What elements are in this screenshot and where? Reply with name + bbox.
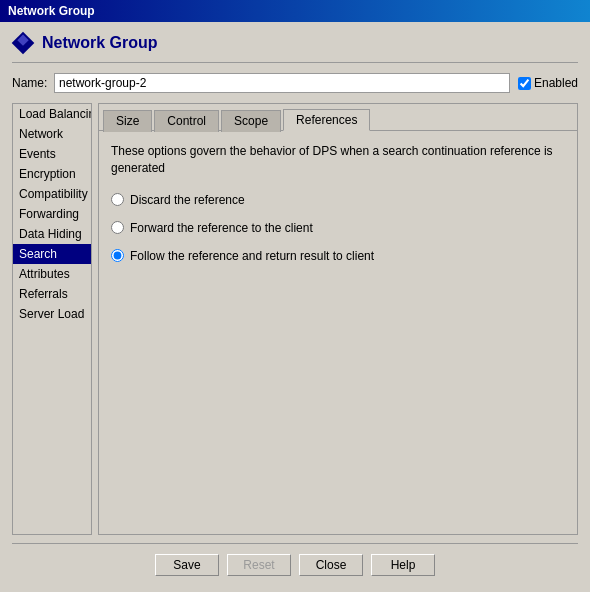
sidebar: Load BalancingNetworkEventsEncryptionCom… [12,103,92,535]
radio-label-discard: Discard the reference [130,193,245,207]
sidebar-item-network[interactable]: Network [13,124,91,144]
help-button[interactable]: Help [371,554,435,576]
radio-label-follow: Follow the reference and return result t… [130,249,374,263]
title-bar-label: Network Group [8,4,95,18]
content-area: SizeControlScopeReferences These options… [98,103,578,535]
tab-scope[interactable]: Scope [221,110,281,132]
radio-group: Discard the referenceForward the referen… [111,193,565,263]
sidebar-item-server-load[interactable]: Server Load [13,304,91,324]
tab-control[interactable]: Control [154,110,219,132]
enabled-checkbox[interactable] [518,77,531,90]
tab-content: These options govern the behavior of DPS… [99,131,577,534]
name-input[interactable] [54,73,510,93]
window-title: Network Group [42,34,158,52]
enabled-label[interactable]: Enabled [534,76,578,90]
save-button[interactable]: Save [155,554,219,576]
sidebar-item-data-hiding[interactable]: Data Hiding [13,224,91,244]
close-button[interactable]: Close [299,554,363,576]
radio-discard[interactable] [111,193,124,206]
tab-references[interactable]: References [283,109,370,131]
tabs-bar: SizeControlScopeReferences [99,104,577,131]
sidebar-item-search[interactable]: Search [13,244,91,264]
radio-option-forward[interactable]: Forward the reference to the client [111,221,565,235]
radio-follow[interactable] [111,249,124,262]
sidebar-item-load-balancing[interactable]: Load Balancing [13,104,91,124]
reset-button: Reset [227,554,291,576]
sidebar-item-attributes[interactable]: Attributes [13,264,91,284]
sidebar-item-referrals[interactable]: Referrals [13,284,91,304]
radio-option-discard[interactable]: Discard the reference [111,193,565,207]
radio-option-follow[interactable]: Follow the reference and return result t… [111,249,565,263]
sidebar-item-forwarding[interactable]: Forwarding [13,204,91,224]
sidebar-item-encryption[interactable]: Encryption [13,164,91,184]
main-content: Load BalancingNetworkEventsEncryptionCom… [12,103,578,535]
network-group-icon [12,32,34,54]
radio-label-forward: Forward the reference to the client [130,221,313,235]
footer: SaveResetCloseHelp [12,543,578,582]
sidebar-item-events[interactable]: Events [13,144,91,164]
tab-description: These options govern the behavior of DPS… [111,143,565,177]
enabled-checkbox-container: Enabled [518,76,578,90]
window-header: Network Group [12,32,578,63]
name-label: Name: [12,76,48,90]
sidebar-item-compatibility[interactable]: Compatibility [13,184,91,204]
radio-forward[interactable] [111,221,124,234]
name-row: Name: Enabled [12,73,578,93]
tab-size[interactable]: Size [103,110,152,132]
